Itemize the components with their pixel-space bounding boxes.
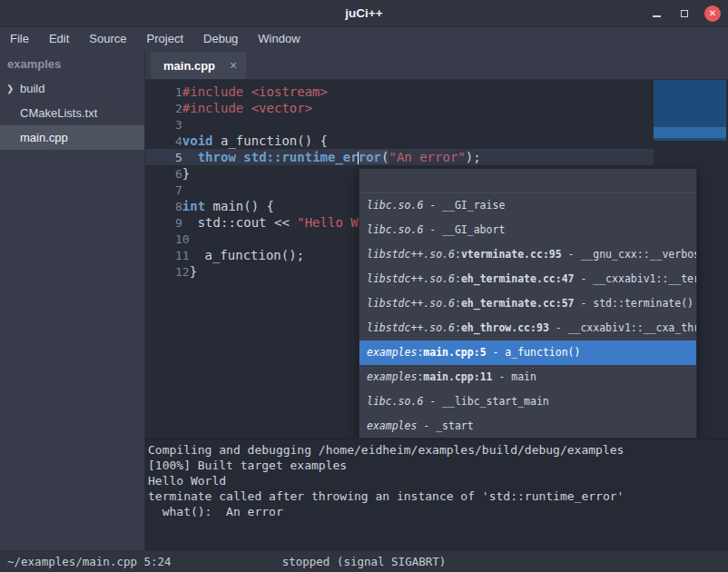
close-button[interactable]: ✕ [704,5,721,22]
tree-item-label: CMakeLists.txt [20,106,97,120]
line-number: 9 [175,216,182,230]
code-line-4[interactable]: 4void a_function() { [145,133,728,149]
stack-trace-popup: libc.so.6 - __GI_raiselibc.so.6 - __GI_a… [359,168,697,439]
juci-window: juCi++ ✕ FileEditSourceProjectDebugWindo… [0,0,728,572]
project-name: examples [0,52,144,76]
terminal-line: what(): An error [148,504,728,519]
window-controls: ✕ [648,0,721,26]
tree-item-build[interactable]: ❯build [0,76,144,101]
menu-item-debug[interactable]: Debug [193,27,248,52]
code-editor[interactable]: 1#include <iostream>2#include <vector>34… [145,80,728,439]
tree-item-cmakelists-txt[interactable]: CMakeLists.txt [0,101,144,125]
stack-frame-item[interactable]: libc.so.6 - __GI_abort [359,218,696,242]
minimap [654,80,726,141]
code-line-3[interactable]: 3 [145,116,728,133]
stack-frame-item[interactable]: examples:main.cpp:5 - a_function() [359,340,696,365]
stack-frame-item[interactable]: libc.so.6 - __libc_start_main [359,390,696,414]
tab-main-cpp[interactable]: main.cpp × [151,52,246,79]
minimap-stripe [654,127,726,138]
line-number: 8 [175,200,182,213]
tree-item-label: build [20,82,44,95]
line-number: 10 [175,232,190,246]
maximize-icon [681,10,688,17]
close-icon: ✕ [709,9,716,18]
line-number: 11 [175,249,190,262]
status-bar: ~/examples/main.cpp 5:24 stopped (signal… [0,550,728,572]
stack-frame-item[interactable]: examples:main.cpp:11 - main [359,365,696,390]
code-line-1[interactable]: 1#include <iostream> [145,84,728,100]
menu-item-window[interactable]: Window [248,27,310,52]
status-file-position: ~/examples/main.cpp 5:24 [7,555,172,568]
stack-frame-item[interactable]: libstdc++.so.6:eh_terminate.cc:57 - std:… [359,291,696,316]
terminal-line: Compiling and debugging /home/eidheim/ex… [148,442,728,458]
menu-item-file[interactable]: File [0,27,39,52]
menu-item-edit[interactable]: Edit [39,27,79,52]
stack-frame-item[interactable]: libstdc++.so.6:eh_terminate.cc:47 - __cx… [359,267,696,291]
line-number: 2 [175,102,182,115]
terminal-line: terminate called after throwing an insta… [148,488,728,504]
line-number: 3 [175,118,182,132]
line-number: 5 [175,151,182,164]
line-number: 4 [175,134,182,148]
tab-close-icon[interactable]: × [230,59,237,72]
tree-item-label: main.cpp [20,131,68,144]
menu-item-project[interactable]: Project [137,27,193,52]
window-body: examples ❯buildCMakeLists.txtmain.cpp ma… [0,52,728,550]
code-line-2[interactable]: 2#include <vector> [145,100,728,116]
stack-frame-item[interactable]: libstdc++.so.6:vterminate.cc:95 - __gnu_… [359,242,696,267]
popup-header [359,169,696,193]
chevron-right-icon: ❯ [6,76,14,101]
stack-frame-item[interactable]: libstdc++.so.6:eh_throw.cc:93 - __cxxabi… [359,316,696,340]
file-tree: ❯buildCMakeLists.txtmain.cpp [0,76,144,150]
file-explorer: examples ❯buildCMakeLists.txtmain.cpp [0,52,145,550]
window-title: juCi++ [345,6,382,20]
maximize-button[interactable] [676,5,693,22]
code-line-5[interactable]: 5 throw std::runtime_error("An error"); [145,149,728,165]
line-number: 1 [175,85,182,99]
menu-bar: FileEditSourceProjectDebugWindow [0,27,728,52]
terminal-output: Compiling and debugging /home/eidheim/ex… [145,439,728,550]
menu-item-source[interactable]: Source [79,27,136,52]
tab-bar: main.cpp × [145,52,728,80]
minimize-icon [653,15,661,17]
title-bar: juCi++ ✕ [0,0,728,27]
terminal-line: [100%] Built target examples [148,458,728,473]
main-area: main.cpp × 1#include <iostream>2#include… [145,52,728,550]
line-number: 12 [175,265,190,279]
minimize-button[interactable] [648,5,664,22]
line-number: 7 [175,183,182,197]
tab-label: main.cpp [163,59,215,73]
stack-frame-item[interactable]: examples - _start [359,414,696,439]
line-number: 6 [175,167,182,181]
terminal-line: Hello World [148,473,728,488]
stack-frame-item[interactable]: libc.so.6 - __GI_raise [359,193,696,218]
tree-item-main-cpp[interactable]: main.cpp [0,125,144,150]
stack-frame-list: libc.so.6 - __GI_raiselibc.so.6 - __GI_a… [359,193,696,439]
